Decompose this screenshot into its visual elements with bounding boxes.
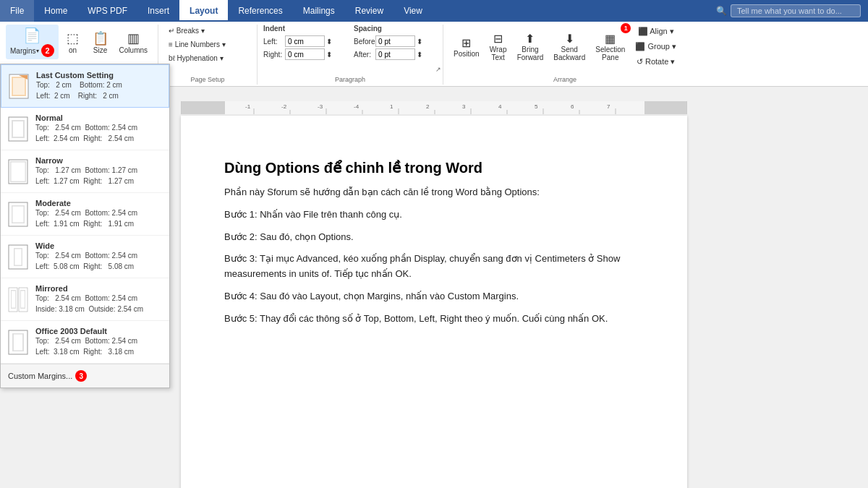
bring-forward-button[interactable]: ⬆ BringForward [513,25,548,69]
margins-badge: 2 [41,44,54,57]
selection-pane-label: SelectionPane [595,46,625,61]
svg-text:6: 6 [571,103,574,110]
rotate-button[interactable]: ↺ Rotate ▾ [631,55,681,69]
svg-rect-12 [13,206,24,222]
bring-forward-label: BringForward [517,46,544,61]
margin-item-last-custom[interactable]: Last Custom Setting Top: 2 cm Bottom: 2 … [1,64,169,108]
last-custom-name: Last Custom Setting [36,71,161,80]
columns-label: Columns [119,46,148,54]
size-button[interactable]: 📋 Size [88,28,114,56]
spacing-after-row: After: ⬍ [354,48,437,60]
paragraph-expand-icon[interactable]: ↗ [435,66,441,73]
ruler-marks-svg: -1 -2 -3 -4 1 2 3 4 5 6 7 [182,101,686,114]
normal-details: Normal Top: 2.54 cm Bottom: 2.54 cm Left… [35,114,162,144]
wrap-text-icon: ⊟ [493,32,503,46]
align-group-buttons: ⬛ Align ▾ ⬛ Group ▾ ↺ Rotate ▾ [631,25,681,69]
margins-dropdown-arrow: ▾ [36,48,39,54]
selection-pane-badge: 1 [621,23,631,33]
spacing-after-label: After: [354,51,374,59]
breaks-group-label: Page Setup [158,76,257,83]
indent-left-label: Left: [263,38,284,46]
svg-rect-21 [21,291,25,307]
margin-item-moderate[interactable]: Moderate Top: 2.54 cm Bottom: 2.54 cm Le… [1,193,169,236]
margins-btn-wrap: 📄 Margins ▾ 2 [6,25,59,59]
narrow-icon [8,159,28,184]
narrow-values: Top: 1.27 cm Bottom: 1.27 cm Left: 1.27 … [35,165,162,187]
send-backward-label: SendBackward [553,46,585,61]
svg-rect-19 [12,291,15,307]
tab-home[interactable]: Home [34,0,77,22]
last-custom-values: Top: 2 cm Bottom: 2 cm Left: 2 cm Right:… [36,80,161,101]
selection-pane-btn-wrap: ▦ SelectionPane 1 [591,25,629,69]
mirrored-icon [8,287,28,312]
hyphenation-button[interactable]: bℓ Hyphenation ▾ [164,52,251,64]
doc-para-3: Bước 3: Tại mục Advanced, kéo xuống phần… [224,252,644,282]
svg-text:-3: -3 [318,103,323,110]
doc-para-1: Bước 1: Nhấn vào File trên thanh công cụ… [224,207,644,223]
align-button[interactable]: ⬛ Align ▾ [631,25,681,38]
spacing-controls: Spacing Before: ⬍ After: ⬍ [354,25,437,60]
rotate-label: ↺ Rotate ▾ [637,57,676,67]
tab-wpspdf[interactable]: WPS PDF [77,0,137,22]
tab-mailings[interactable]: Mailings [293,0,345,22]
wrap-text-button[interactable]: ⊟ WrapText [485,25,511,69]
group-label: ⬛ Group ▾ [635,42,676,51]
wide-values: Top: 2.54 cm Bottom: 2.54 cm Left: 5.08 … [35,250,162,272]
send-backward-button[interactable]: ⬇ SendBackward [549,25,590,69]
margin-item-narrow[interactable]: Narrow Top: 1.27 cm Bottom: 1.27 cm Left… [1,150,169,193]
orientation-icon: ⬚ [67,30,79,46]
indent-right-spinner[interactable]: ⬍ [326,51,346,59]
orientation-button[interactable]: ⬚ on [60,28,86,56]
breaks-button[interactable]: ↵ Breaks ▾ [164,25,251,37]
indent-right-row: Right: ⬍ [263,48,346,60]
svg-text:7: 7 [607,103,610,110]
wide-name: Wide [35,241,162,250]
spacing-before-row: Before: ⬍ [354,35,437,47]
document-title: Dùng Options để chinh lề trong Word [224,159,644,176]
position-label: Position [454,50,480,58]
spacing-after-spinner[interactable]: ⬍ [417,51,437,59]
group-button[interactable]: ⬛ Group ▾ [631,40,681,53]
margins-button[interactable]: 📄 Margins ▾ 2 [6,25,59,59]
svg-text:-4: -4 [354,103,359,110]
document-page: Dùng Options để chinh lề trong Word Phần… [181,116,687,488]
tab-insert[interactable]: Insert [137,0,179,22]
indent-right-input[interactable] [285,48,325,60]
svg-text:-1: -1 [245,103,251,110]
selection-pane-button[interactable]: ▦ SelectionPane 1 [591,25,629,69]
office2003-name: Office 2003 Default [35,327,162,335]
search-input[interactable] [731,4,861,17]
doc-para-5: Bước 5: Thay đổi các thông số ở Top, Bot… [224,312,644,327]
svg-rect-24 [14,334,22,350]
tab-review[interactable]: Review [345,0,393,22]
tab-file[interactable]: File [0,0,34,22]
normal-icon [8,116,28,142]
wide-details: Wide Top: 2.54 cm Bottom: 2.54 cm Left: … [35,241,162,272]
line-numbers-button[interactable]: ≡ Line Numbers ▾ [164,38,251,51]
tab-layout[interactable]: Layout [179,0,228,22]
margin-item-normal[interactable]: Normal Top: 2.54 cm Bottom: 2.54 cm Left… [1,108,169,150]
custom-margins-button[interactable]: Custom Margins... 3 [1,364,169,388]
indent-right-label: Right: [263,51,284,59]
indent-left-spinner[interactable]: ⬍ [326,38,346,46]
spacing-after-input[interactable] [375,48,415,60]
page-setup-buttons: 📄 Margins ▾ 2 ⬚ on 📋 Size ▥ Columns [6,25,152,69]
position-button[interactable]: ⊞ Position [449,25,484,69]
margin-item-office2003[interactable]: Office 2003 Default Top: 2.54 cm Bottom:… [1,321,169,364]
columns-button[interactable]: ▥ Columns [115,28,152,56]
tab-view[interactable]: View [393,0,433,22]
custom-margins-label: Custom Margins... [8,372,72,380]
bring-forward-icon: ⬆ [525,32,535,46]
tab-references[interactable]: References [228,0,292,22]
arrange-group-label: Arrange [443,76,686,83]
svg-rect-9 [12,162,25,181]
margin-item-mirrored[interactable]: Mirrored Top: 2.54 cm Bottom: 2.54 cm In… [1,278,169,321]
breaks-buttons: ↵ Breaks ▾ ≡ Line Numbers ▾ bℓ Hyphenati… [164,25,251,67]
spacing-before-input[interactable] [375,35,415,47]
orientation-label: on [69,46,77,54]
columns-icon: ▥ [127,30,140,46]
spacing-before-spinner[interactable]: ⬍ [417,38,437,46]
margin-item-wide[interactable]: Wide Top: 2.54 cm Bottom: 2.54 cm Left: … [1,236,169,278]
indent-left-input[interactable] [285,35,325,47]
hyphenation-label: bℓ Hyphenation ▾ [169,54,224,62]
